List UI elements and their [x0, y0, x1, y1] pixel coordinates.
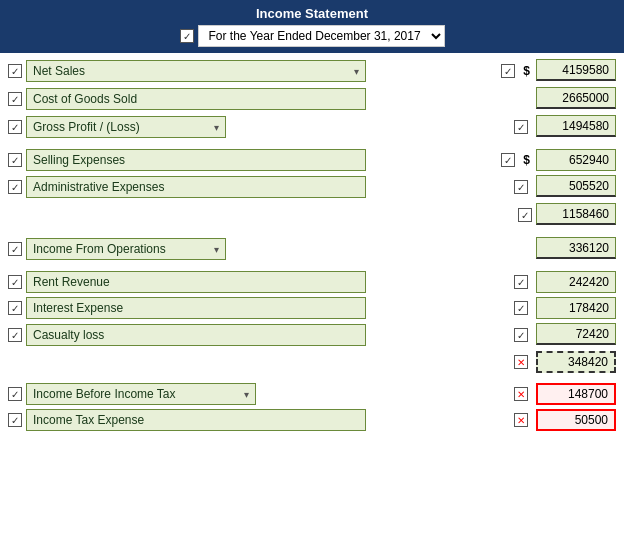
casualty-loss-row: Casualty loss 72420 — [8, 323, 616, 347]
interest-expense-row: Interest Expense 178420 — [8, 297, 616, 319]
interest-checkbox[interactable] — [8, 301, 22, 315]
income-ops-field[interactable]: Income From Operations ▾ — [26, 238, 226, 260]
income-before-tax-val-checkbox[interactable] — [514, 387, 528, 401]
interest-value: 178420 — [536, 297, 616, 319]
date-select[interactable]: For the Year Ended December 31, 2017 — [198, 25, 445, 47]
rent-val-checkbox[interactable] — [514, 275, 528, 289]
casualty-checkbox[interactable] — [8, 328, 22, 342]
income-tax-exp-checkbox[interactable] — [8, 413, 22, 427]
selling-value: 652940 — [536, 149, 616, 171]
gross-profit-checkbox[interactable] — [8, 120, 22, 134]
cogs-row: Cost of Goods Sold 2665000 — [8, 87, 616, 111]
cogs-field[interactable]: Cost of Goods Sold — [26, 88, 366, 110]
income-tax-exp-value: 50500 — [536, 409, 616, 431]
net-sales-field[interactable]: Net Sales ▾ — [26, 60, 366, 82]
selling-field[interactable]: Selling Expenses — [26, 149, 366, 171]
casualty-value: 72420 — [536, 323, 616, 345]
other-total-value: 348420 — [536, 351, 616, 373]
total-expenses-value: 1158460 — [536, 203, 616, 225]
income-before-tax-field[interactable]: Income Before Income Tax ▾ — [26, 383, 256, 405]
admin-val-checkbox[interactable] — [514, 180, 528, 194]
admin-expenses-row: Administrative Expenses 505520 — [8, 175, 616, 199]
income-tax-expense-row: Income Tax Expense 50500 — [8, 409, 616, 431]
net-sales-row: Net Sales ▾ $ 4159580 — [8, 59, 616, 83]
total-exp-checkbox[interactable] — [518, 208, 532, 222]
gross-profit-row: Gross Profit / (Loss) ▾ 1494580 — [8, 115, 616, 139]
gross-profit-field[interactable]: Gross Profit / (Loss) ▾ — [26, 116, 226, 138]
selling-val-checkbox[interactable] — [501, 153, 515, 167]
total-expenses-row: 1158460 — [8, 203, 616, 227]
income-before-tax-row: Income Before Income Tax ▾ 148700 — [8, 383, 616, 405]
income-before-tax-value: 148700 — [536, 383, 616, 405]
gross-profit-val-checkbox[interactable] — [514, 120, 528, 134]
admin-field[interactable]: Administrative Expenses — [26, 176, 366, 198]
net-sales-val-checkbox[interactable] — [501, 64, 515, 78]
admin-checkbox[interactable] — [8, 180, 22, 194]
rent-value: 242420 — [536, 271, 616, 293]
cogs-checkbox[interactable] — [8, 92, 22, 106]
rent-checkbox[interactable] — [8, 275, 22, 289]
income-ops-arrow: ▾ — [214, 244, 219, 255]
selling-checkbox[interactable] — [8, 153, 22, 167]
rent-revenue-row: Rent Revenue 242420 — [8, 271, 616, 293]
net-sales-value: 4159580 — [536, 59, 616, 81]
net-sales-checkbox[interactable] — [8, 64, 22, 78]
interest-field[interactable]: Interest Expense — [26, 297, 366, 319]
interest-val-checkbox[interactable] — [514, 301, 528, 315]
gross-profit-value: 1494580 — [536, 115, 616, 137]
net-sales-dollar: $ — [523, 64, 530, 78]
income-before-tax-arrow: ▾ — [244, 389, 249, 400]
income-from-ops-row: Income From Operations ▾ 336120 — [8, 237, 616, 261]
selling-expenses-row: Selling Expenses $ 652940 — [8, 149, 616, 171]
income-tax-exp-val-checkbox[interactable] — [514, 413, 528, 427]
rent-field[interactable]: Rent Revenue — [26, 271, 366, 293]
selling-dollar: $ — [523, 153, 530, 167]
net-sales-arrow: ▾ — [354, 66, 359, 77]
header: Income Statement For the Year Ended Dece… — [0, 0, 624, 53]
main-content: Net Sales ▾ $ 4159580 Cost of Goods Sold… — [0, 53, 624, 441]
income-ops-value: 336120 — [536, 237, 616, 259]
other-total-row: 348420 — [8, 351, 616, 373]
cogs-value: 2665000 — [536, 87, 616, 109]
header-checkbox[interactable] — [180, 29, 194, 43]
casualty-val-checkbox[interactable] — [514, 328, 528, 342]
income-ops-checkbox[interactable] — [8, 242, 22, 256]
admin-value: 505520 — [536, 175, 616, 197]
income-tax-checkbox[interactable] — [8, 387, 22, 401]
casualty-field[interactable]: Casualty loss — [26, 324, 366, 346]
income-tax-exp-field[interactable]: Income Tax Expense — [26, 409, 366, 431]
title: Income Statement — [0, 0, 624, 25]
gross-profit-arrow: ▾ — [214, 122, 219, 133]
other-total-checkbox[interactable] — [514, 355, 528, 369]
